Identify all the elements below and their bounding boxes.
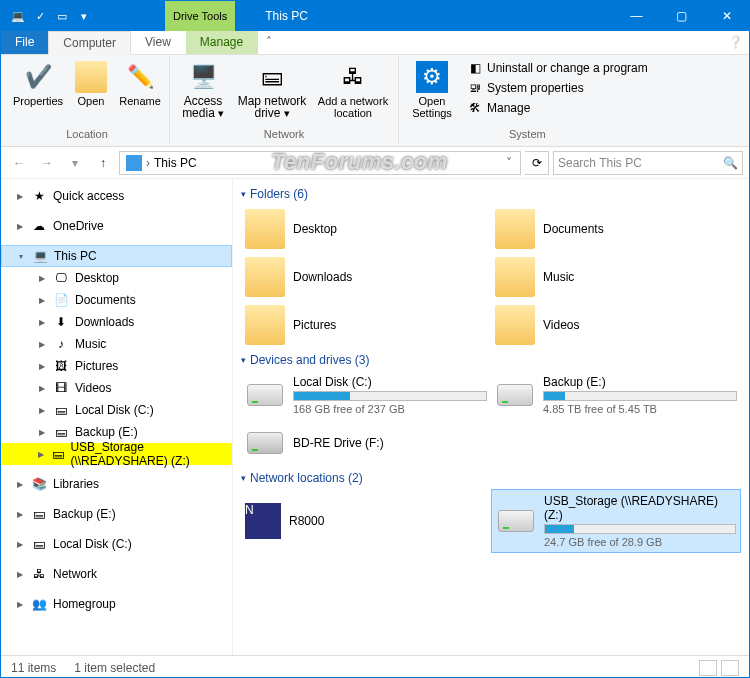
ribbon-collapse-icon[interactable]: ˄ (258, 31, 280, 54)
netgear-icon: N (245, 503, 281, 539)
view-large-icons-button[interactable] (721, 660, 739, 676)
search-icon: 🔍 (723, 156, 738, 170)
search-placeholder: Search This PC (558, 156, 642, 170)
folder-music[interactable]: Music (491, 253, 741, 301)
add-location-icon: 🖧 (337, 61, 369, 93)
map-drive-icon: 🖴 (256, 61, 288, 93)
title-bar: 💻 ✓ ▭ ▾ Drive Tools This PC — ▢ ✕ (1, 1, 749, 31)
open-button[interactable]: Open (69, 59, 113, 109)
access-media-button[interactable]: 🖥️ Access media ▾ (174, 59, 232, 121)
nav-local-c[interactable]: ▶🖴Local Disk (C:) (1, 399, 232, 421)
address-dropdown-icon[interactable]: ˅ (500, 156, 518, 170)
folder-downloads[interactable]: Downloads (241, 253, 491, 301)
rename-icon: ✏️ (124, 61, 156, 93)
tab-manage[interactable]: Manage (186, 31, 258, 54)
drive-icon: 🖴 (53, 424, 69, 440)
qat-icon-pc[interactable]: 💻 (7, 5, 29, 27)
manage-button[interactable]: 🛠 Manage (463, 99, 652, 117)
uninstall-program-button[interactable]: ◧ Uninstall or change a program (463, 59, 652, 77)
netloc-r8000[interactable]: N R8000 (241, 489, 491, 553)
qat-icon-doc[interactable]: ▭ (51, 5, 73, 27)
downloads-icon: ⬇ (53, 314, 69, 330)
nav-documents[interactable]: ▶📄Documents (1, 289, 232, 311)
recent-locations-icon[interactable]: ▾ (63, 151, 87, 175)
drive-backup-e[interactable]: Backup (E:) 4.85 TB free of 5.45 TB (491, 371, 741, 419)
nav-videos[interactable]: ▶🎞Videos (1, 377, 232, 399)
drive-local-c[interactable]: Local Disk (C:) 168 GB free of 237 GB (241, 371, 491, 419)
map-drive-button[interactable]: 🖴 Map network drive ▾ (234, 59, 310, 121)
capacity-bar (543, 391, 737, 401)
search-input[interactable]: Search This PC 🔍 (553, 151, 743, 175)
nav-usb-storage[interactable]: ▶🖴USB_Storage (\\READYSHARE) (Z:) (1, 443, 232, 465)
maximize-button[interactable]: ▢ (659, 1, 704, 31)
status-selected-count: 1 item selected (74, 661, 155, 675)
section-folders[interactable]: ▾Folders (6) (241, 183, 741, 205)
address-row: ← → ▾ ↑ › This PC ˅ ⟳ Search This PC 🔍 (1, 147, 749, 179)
up-button[interactable]: ↑ (91, 151, 115, 175)
minimize-button[interactable]: — (614, 1, 659, 31)
system-properties-button[interactable]: 🖳 System properties (463, 79, 652, 97)
tab-view[interactable]: View (131, 31, 186, 54)
netloc-usb-storage[interactable]: USB_Storage (\\READYSHARE) (Z:) 24.7 GB … (491, 489, 741, 553)
music-icon: ♪ (53, 336, 69, 352)
nav-downloads[interactable]: ▶⬇Downloads (1, 311, 232, 333)
folder-icon (245, 257, 285, 297)
add-network-location-button[interactable]: 🖧 Add a network location (312, 59, 394, 121)
rename-button[interactable]: ✏️ Rename (115, 59, 165, 109)
quick-access-toolbar: 💻 ✓ ▭ ▾ (1, 5, 95, 27)
tab-computer[interactable]: Computer (48, 31, 131, 55)
ribbon: ✔️ Properties Open ✏️ Rename Location 🖥️… (1, 55, 749, 147)
breadcrumb[interactable]: This PC (150, 156, 201, 170)
help-icon[interactable]: ❔ (722, 31, 749, 54)
nav-network[interactable]: ▶🖧Network (1, 563, 232, 585)
view-details-button[interactable] (699, 660, 717, 676)
cloud-icon: ☁ (31, 218, 47, 234)
capacity-bar (544, 524, 736, 534)
folder-icon (245, 209, 285, 249)
back-button[interactable]: ← (7, 151, 31, 175)
uninstall-icon: ◧ (467, 60, 483, 76)
folder-icon (495, 209, 535, 249)
drive-bdre-f[interactable]: BD-RE Drive (F:) (241, 419, 491, 467)
nav-libraries[interactable]: ▶📚Libraries (1, 473, 232, 495)
close-button[interactable]: ✕ (704, 1, 749, 31)
folder-documents[interactable]: Documents (491, 205, 741, 253)
pc-icon (126, 155, 142, 171)
section-devices[interactable]: ▾Devices and drives (3) (241, 349, 741, 371)
nav-local-c2[interactable]: ▶🖴Local Disk (C:) (1, 533, 232, 555)
folder-videos[interactable]: Videos (491, 301, 741, 349)
navigation-pane: ▶★Quick access ▶☁OneDrive ▾💻This PC ▶🖵De… (1, 179, 233, 655)
libraries-icon: 📚 (31, 476, 47, 492)
folder-desktop[interactable]: Desktop (241, 205, 491, 253)
network-drive-icon: 🖴 (51, 446, 64, 462)
address-bar[interactable]: › This PC ˅ (119, 151, 521, 175)
qat-dropdown-icon[interactable]: ▾ (73, 5, 95, 27)
content-pane: ▾Folders (6) Desktop Documents Downloads… (233, 179, 749, 655)
drive-icon: 🖴 (53, 402, 69, 418)
nav-pictures[interactable]: ▶🖼Pictures (1, 355, 232, 377)
nav-desktop[interactable]: ▶🖵Desktop (1, 267, 232, 289)
section-network-locations[interactable]: ▾Network locations (2) (241, 467, 741, 489)
nav-this-pc[interactable]: ▾💻This PC (1, 245, 232, 267)
star-icon: ★ (31, 188, 47, 204)
qat-icon-pin[interactable]: ✓ (29, 5, 51, 27)
ribbon-tabs: File Computer View Manage ˄ ❔ (1, 31, 749, 55)
tab-file[interactable]: File (1, 31, 48, 54)
open-settings-button[interactable]: ⚙ Open Settings (403, 59, 461, 121)
properties-button[interactable]: ✔️ Properties (9, 59, 67, 109)
nav-quick-access[interactable]: ▶★Quick access (1, 185, 232, 207)
network-icon: 🖧 (31, 566, 47, 582)
drive-icon (245, 375, 285, 415)
bd-drive-icon (245, 423, 285, 463)
forward-button[interactable]: → (35, 151, 59, 175)
nav-backup-e2[interactable]: ▶🖴Backup (E:) (1, 503, 232, 525)
pc-icon: 💻 (32, 248, 48, 264)
drive-icon: 🖴 (31, 506, 47, 522)
group-label-location: Location (9, 128, 165, 142)
nav-homegroup[interactable]: ▶👥Homegroup (1, 593, 232, 615)
nav-music[interactable]: ▶♪Music (1, 333, 232, 355)
nav-onedrive[interactable]: ▶☁OneDrive (1, 215, 232, 237)
refresh-button[interactable]: ⟳ (525, 151, 549, 175)
folder-pictures[interactable]: Pictures (241, 301, 491, 349)
folder-icon (495, 305, 535, 345)
